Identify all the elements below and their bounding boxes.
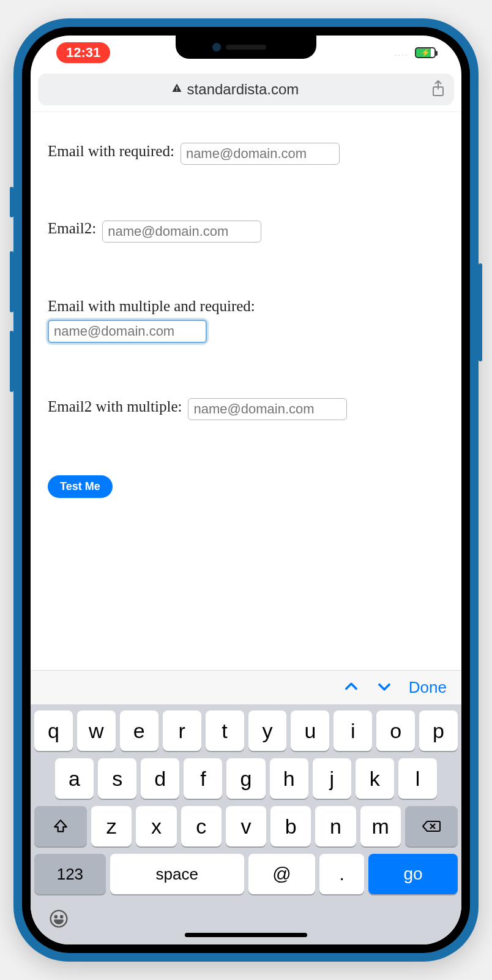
key-c[interactable]: c [181,806,222,846]
url-text: standardista.com [187,81,299,98]
email-multiple-required-input[interactable] [48,320,207,343]
key-i[interactable]: i [334,710,372,751]
screen: 12:31 .... ⚡ standardista.com [31,36,461,944]
key-b[interactable]: b [270,806,311,846]
at-key[interactable]: @ [248,854,315,894]
space-key[interactable]: space [110,854,244,894]
go-key[interactable]: go [368,854,458,894]
key-p[interactable]: p [419,710,458,751]
keyboard-accessory-toolbar: Done [31,670,461,704]
security-warning-icon [171,83,182,97]
key-y[interactable]: y [248,710,287,751]
side-button [10,187,13,217]
key-u[interactable]: u [291,710,329,751]
previous-field-button[interactable] [343,678,360,698]
key-j[interactable]: j [313,758,351,799]
cellular-signal: .... [394,48,409,58]
key-e[interactable]: e [120,710,158,751]
notch [176,36,316,59]
key-h[interactable]: h [270,758,308,799]
key-q[interactable]: q [34,710,73,751]
key-v[interactable]: v [226,806,266,846]
email2-multiple-input[interactable] [188,398,347,420]
field-label: Email with required: [48,143,174,159]
keyboard: qwertyuiop asdfghjkl zxcvbnm 123 space @… [31,704,461,944]
svg-rect-0 [176,86,177,89]
phone-frame: 12:31 .... ⚡ standardista.com [13,18,479,962]
keyboard-done-button[interactable]: Done [409,678,447,697]
key-x[interactable]: x [136,806,176,846]
status-time-recording[interactable]: 12:31 [56,42,110,63]
field-label: Email2 with multiple: [48,398,182,415]
next-field-button[interactable] [376,678,393,698]
svg-point-5 [51,911,67,927]
key-w[interactable]: w [77,710,116,751]
dot-key[interactable]: . [319,854,364,894]
key-t[interactable]: t [206,710,244,751]
email2-input[interactable] [102,221,261,243]
key-o[interactable]: o [376,710,415,751]
key-z[interactable]: z [91,806,132,846]
key-l[interactable]: l [398,758,437,799]
emoji-key[interactable] [49,909,69,933]
key-a[interactable]: a [55,758,94,799]
shift-key[interactable] [34,806,87,846]
svg-rect-1 [176,89,177,91]
key-r[interactable]: r [163,710,201,751]
numeric-key[interactable]: 123 [34,854,106,894]
key-s[interactable]: s [98,758,136,799]
page-content: Email with required: Email2: Email with … [31,112,461,670]
key-m[interactable]: m [360,806,401,846]
key-g[interactable]: g [226,758,265,799]
key-n[interactable]: n [315,806,356,846]
key-f[interactable]: f [184,758,222,799]
side-button [10,251,13,312]
backspace-key[interactable] [405,806,458,846]
svg-point-7 [61,916,62,918]
test-me-button[interactable]: Test Me [48,475,113,498]
email-required-input[interactable] [181,143,340,165]
key-d[interactable]: d [141,758,179,799]
key-k[interactable]: k [356,758,394,799]
battery-icon: ⚡ [415,47,436,58]
field-label: Email2: [48,220,96,236]
share-icon[interactable] [431,80,445,99]
browser-url-bar[interactable]: standardista.com [38,74,454,105]
field-label: Email with multiple and required: [48,298,255,314]
side-button [10,331,13,392]
svg-point-6 [55,916,57,918]
side-button [479,263,482,361]
home-indicator[interactable] [185,933,307,937]
